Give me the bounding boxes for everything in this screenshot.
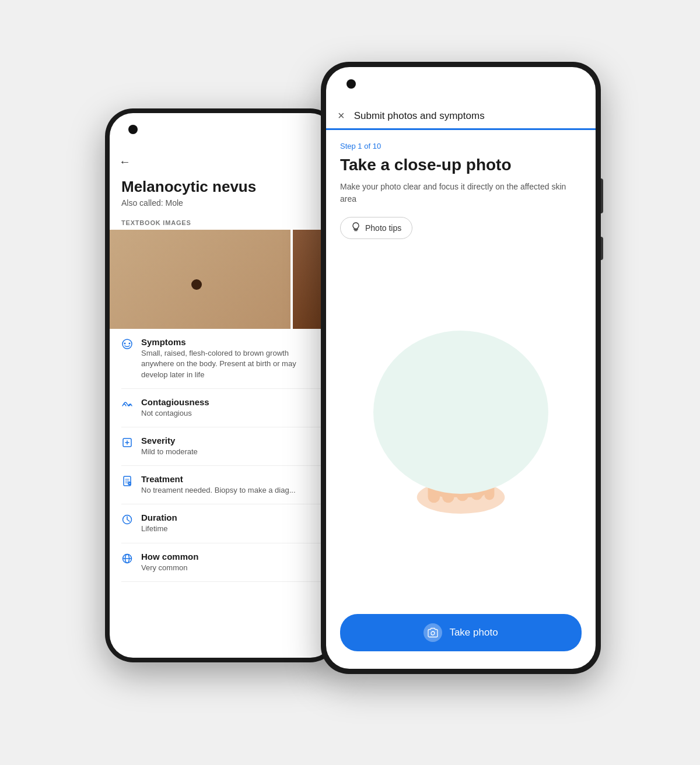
illustration-area [340,239,582,602]
duration-icon [121,514,134,527]
step-label: Step 1 of 10 [340,142,582,150]
duration-text: Duration Lifetime [141,513,177,534]
duration-item: Duration Lifetime [121,504,322,543]
right-camera [346,79,356,89]
contagiousness-value: Not contagious [141,408,209,419]
lightbulb-icon [351,222,360,234]
take-photo-button[interactable]: Take photo [340,614,582,651]
svg-point-34 [431,631,435,635]
right-phone-screen: × Submit photos and symptoms Step 1 of 1… [326,67,596,669]
right-phone: × Submit photos and symptoms Step 1 of 1… [321,62,601,674]
severity-value: Mild to moderate [141,447,198,457]
severity-item: Severity Mild to moderate [121,427,322,466]
textbook-image-1 [110,230,290,329]
treatment-item: Treatment No treament needed. Biopsy to … [121,466,322,504]
step-title: Take a close-up photo [340,155,582,175]
header-title: Submit photos and symptoms [354,110,485,122]
globe-icon [121,553,134,566]
severity-text: Severity Mild to moderate [141,436,198,457]
symptoms-label: Symptoms [141,337,322,347]
left-content: ← Melanocytic nevus Also called: Mole TE… [110,113,334,658]
photo-tips-label: Photo tips [365,223,401,233]
symptoms-icon [121,338,134,351]
contagiousness-label: Contagiousness [141,397,209,407]
bg-circle [373,331,548,494]
how-common-text: How common Very common [141,552,198,573]
camera-icon [424,623,442,642]
condition-title: Melanocytic nevus [110,173,334,196]
close-button[interactable]: × [338,109,345,122]
right-header: × Submit photos and symptoms [326,102,596,130]
left-phone: ← Melanocytic nevus Also called: Mole TE… [105,108,338,662]
left-phone-screen: ← Melanocytic nevus Also called: Mole TE… [110,113,334,658]
step-description: Make your photo clear and focus it direc… [340,181,582,205]
textbook-images-label: TEXTBOOK IMAGES [110,215,334,230]
how-common-label: How common [141,552,198,562]
info-section: Symptoms Small, raised, flesh-colored to… [110,329,334,582]
left-camera [128,125,138,134]
duration-label: Duration [141,513,177,522]
svg-point-2 [129,343,131,345]
contagiousness-item: Contagiousness Not contagious [121,389,322,427]
symptoms-item: Symptoms Small, raised, flesh-colored to… [121,329,322,389]
textbook-images [110,230,334,329]
right-body: Step 1 of 10 Take a close-up photo Make … [326,130,596,614]
severity-label: Severity [141,436,198,445]
condition-subtitle: Also called: Mole [110,196,334,215]
take-photo-label: Take photo [449,627,498,638]
phones-container: ← Melanocytic nevus Also called: Mole TE… [88,62,612,703]
treatment-label: Treatment [141,474,296,484]
severity-icon [121,437,134,450]
treatment-icon [121,475,134,488]
symptoms-text: Symptoms Small, raised, flesh-colored to… [141,337,322,380]
duration-value: Lifetime [141,524,177,534]
how-common-value: Very common [141,563,198,573]
photo-tips-button[interactable]: Photo tips [340,217,412,239]
treatment-text: Treatment No treament needed. Biopsy to … [141,474,296,496]
mole-dot [191,279,202,290]
right-content: × Submit photos and symptoms Step 1 of 1… [326,67,596,669]
how-common-item: How common Very common [121,543,322,582]
svg-point-0 [123,339,132,349]
treatment-value: No treament needed. Biopsy to make a dia… [141,485,296,496]
back-button[interactable]: ← [110,148,334,173]
symptoms-value: Small, raised, flesh-colored to brown gr… [141,348,322,380]
contagiousness-text: Contagiousness Not contagious [141,397,209,419]
contagious-icon [121,398,134,411]
svg-point-1 [124,343,126,345]
